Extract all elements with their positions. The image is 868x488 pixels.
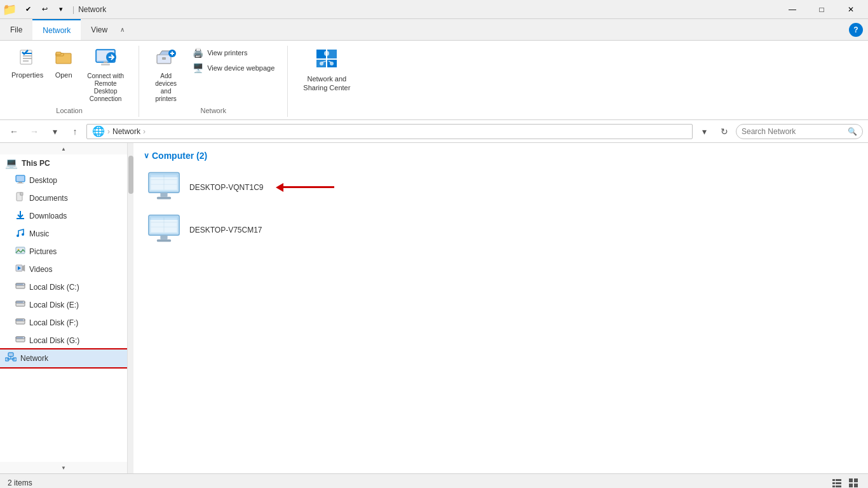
view-device-webpage-button[interactable]: 🖥️ View device webpage: [187, 61, 280, 75]
ribbon-collapse-button[interactable]: ∧: [118, 26, 127, 33]
network-items-grid: DESKTOP-VQNT1C9: [144, 168, 858, 248]
section-chevron[interactable]: ∨: [144, 151, 149, 160]
svg-rect-49: [8, 353, 13, 356]
this-pc-label: This PC: [22, 159, 50, 168]
sidebar-item-local-disk-c[interactable]: Local Disk (C:): [0, 278, 127, 296]
add-devices-button[interactable]: Add devicesand printers: [147, 46, 185, 105]
svg-rect-78: [849, 478, 853, 482]
sharing-center-icon: [315, 48, 338, 73]
svg-point-39: [23, 284, 24, 285]
svg-point-42: [23, 302, 24, 303]
svg-rect-69: [160, 235, 167, 240]
quick-access-toolbar: 📁 ✔ ↩ ▾ |: [3, 2, 77, 17]
ribbon: Properties Open: [0, 41, 868, 120]
sidebar-item-local-disk-e[interactable]: Local Disk (E:): [0, 296, 127, 314]
ribbon-content: Properties Open: [0, 43, 868, 119]
qat-dropdown-button[interactable]: ▾: [53, 2, 69, 17]
qat-properties-button[interactable]: ✔: [20, 2, 36, 17]
network-group-label: Network: [147, 105, 280, 117]
up-button[interactable]: ↑: [66, 123, 84, 140]
back-button[interactable]: ←: [5, 123, 23, 140]
arrow-head: [276, 183, 283, 192]
sidebar-scroll-up[interactable]: ▲: [0, 143, 127, 154]
sidebar-item-documents[interactable]: Documents: [0, 189, 127, 207]
sidebar: ▲ 💻 This PC Desktop: [0, 143, 127, 473]
large-icons-view-button[interactable]: [846, 476, 860, 489]
tab-network[interactable]: Network: [32, 19, 81, 40]
this-pc-icon: 💻: [5, 157, 18, 169]
sidebar-scrollbar: [127, 143, 133, 473]
maximize-button[interactable]: □: [807, 0, 836, 19]
svg-point-48: [23, 337, 24, 339]
view-device-label: View device webpage: [207, 64, 275, 72]
status-bar: 2 items: [0, 473, 868, 488]
search-input[interactable]: [742, 127, 848, 136]
sidebar-item-local-disk-f[interactable]: Local Disk (F:): [0, 314, 127, 332]
forward-button[interactable]: →: [25, 123, 43, 140]
local-disk-e-icon: [15, 299, 25, 311]
close-button[interactable]: ✕: [836, 0, 865, 19]
properties-icon: [18, 48, 36, 70]
network-buttons: Add devicesand printers 🖨️ View printers…: [147, 46, 280, 105]
address-path[interactable]: 🌐 › Network ›: [86, 124, 693, 139]
svg-rect-61: [157, 197, 171, 200]
network-icon: [5, 352, 17, 365]
recent-locations-button[interactable]: ▾: [46, 123, 64, 140]
view-printers-label: View printers: [207, 49, 247, 57]
documents-icon: [15, 192, 25, 205]
sidebar-scrollbar-thumb[interactable]: [128, 156, 133, 194]
desktop-icon: [15, 174, 25, 187]
item-count: 2 items: [8, 478, 32, 487]
sidebar-item-pictures[interactable]: Pictures: [0, 243, 127, 261]
computer-icon-container-1: [146, 171, 182, 203]
red-arrow: [276, 183, 334, 192]
refresh-button[interactable]: ↻: [715, 123, 733, 140]
svg-point-45: [23, 320, 24, 321]
network-item-desktop-v75cm17[interactable]: DESKTOP-V75CM17: [144, 211, 858, 248]
sidebar-item-network[interactable]: Network: [0, 349, 127, 367]
view-device-icon: 🖥️: [193, 63, 203, 73]
help-button[interactable]: ?: [849, 23, 863, 37]
pictures-label: Pictures: [29, 247, 57, 256]
sidebar-scroll-down[interactable]: ▼: [0, 462, 127, 473]
tab-file[interactable]: File: [0, 19, 32, 40]
arrow-line: [283, 186, 334, 188]
sidebar-item-downloads[interactable]: Downloads: [0, 207, 127, 225]
local-disk-g-icon: [15, 334, 25, 347]
network-sidebar-label: Network: [20, 354, 48, 363]
open-button[interactable]: Open: [50, 46, 78, 82]
properties-button[interactable]: Properties: [8, 46, 47, 82]
videos-label: Videos: [29, 265, 52, 274]
sidebar-item-videos[interactable]: Videos: [0, 261, 127, 278]
dropdown-button[interactable]: ▾: [695, 123, 713, 140]
local-disk-g-label: Local Disk (G:): [29, 336, 79, 345]
search-icon: 🔍: [848, 127, 857, 136]
svg-rect-79: [854, 478, 858, 482]
downloads-label: Downloads: [29, 212, 67, 220]
window-controls: — □ ✕: [778, 0, 865, 19]
network-item-desktop-vqnt1c9[interactable]: DESKTOP-VQNT1C9: [144, 168, 858, 206]
sidebar-item-local-disk-g[interactable]: Local Disk (G:): [0, 332, 127, 349]
svg-marker-35: [22, 265, 25, 271]
view-icons: [830, 476, 860, 489]
ribbon-group-sharing: Network andSharing Center: [288, 46, 365, 117]
minimize-button[interactable]: —: [778, 0, 807, 19]
qat-undo-button[interactable]: ↩: [37, 2, 52, 17]
content-area: ∨ Computer (2): [133, 143, 868, 473]
sidebar-item-this-pc[interactable]: 💻 This PC: [0, 154, 127, 172]
tab-view[interactable]: View: [81, 19, 118, 40]
connect-rdp-button[interactable]: Connect with RemoteDesktop Connection: [80, 46, 131, 105]
view-printers-button[interactable]: 🖨️ View printers: [187, 46, 280, 60]
svg-rect-28: [20, 193, 23, 195]
menu-bar: File Network View ∧ ?: [0, 19, 868, 41]
network-sharing-center-button[interactable]: Network andSharing Center: [295, 46, 358, 95]
sidebar-item-music[interactable]: Music: [0, 225, 127, 243]
sidebar-item-desktop[interactable]: Desktop: [0, 172, 127, 189]
details-view-button[interactable]: [830, 476, 844, 489]
local-disk-f-icon: [15, 316, 25, 329]
svg-rect-77: [836, 485, 841, 487]
add-devices-label: Add devicesand printers: [151, 72, 181, 103]
svg-rect-74: [832, 482, 835, 484]
computer-2-label: DESKTOP-V75CM17: [189, 226, 262, 234]
svg-rect-81: [854, 484, 858, 487]
